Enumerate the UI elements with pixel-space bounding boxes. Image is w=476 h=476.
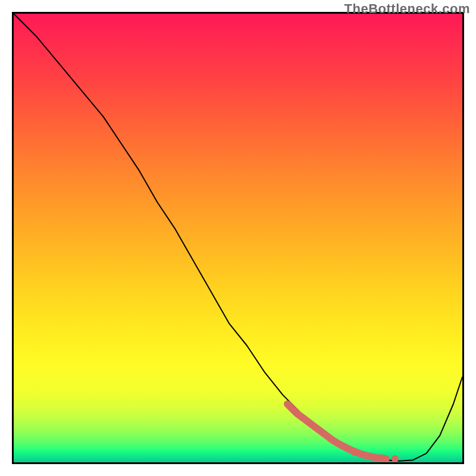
watermark-text: TheBottleneck.com	[345, 1, 470, 17]
highlight-segment	[287, 404, 386, 459]
highlight-dot	[351, 449, 358, 456]
plot-area	[12, 12, 464, 464]
curve-line	[14, 14, 462, 461]
highlight-dot	[392, 455, 399, 462]
highlight-dot	[378, 455, 385, 462]
highlight-dot	[365, 452, 372, 459]
chart-overlay-svg	[14, 14, 462, 462]
chart-container: TheBottleneck.com	[0, 0, 476, 476]
